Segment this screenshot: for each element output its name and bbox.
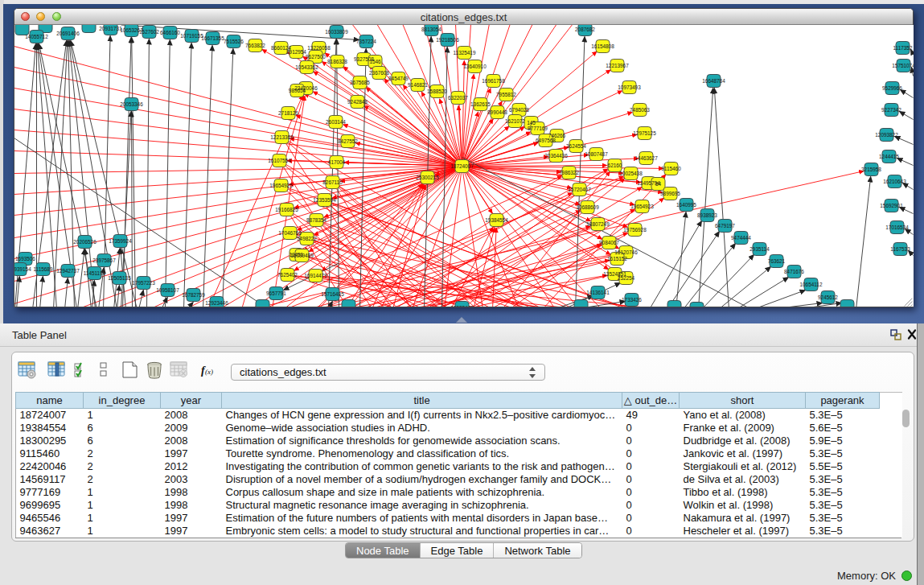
svg-text:3675685: 3675685 bbox=[350, 80, 370, 85]
svg-text:15751074: 15751074 bbox=[892, 63, 914, 68]
svg-text:10543362: 10543362 bbox=[295, 64, 318, 70]
svg-text:9529966: 9529966 bbox=[882, 85, 902, 91]
svg-text:145: 145 bbox=[527, 120, 536, 126]
svg-text:1733426: 1733426 bbox=[622, 297, 642, 303]
svg-text:12923446: 12923446 bbox=[205, 300, 228, 306]
svg-text:17957223: 17957223 bbox=[132, 280, 155, 286]
svg-text:1117352: 1117352 bbox=[893, 45, 913, 51]
svg-text:8471676: 8471676 bbox=[784, 269, 804, 274]
svg-text:12923448: 12923448 bbox=[450, 305, 474, 307]
svg-text:19166825: 19166825 bbox=[275, 207, 298, 212]
svg-text:18724007: 18724007 bbox=[450, 163, 474, 169]
svg-text:19654923: 19654923 bbox=[630, 204, 654, 209]
svg-text:17046766: 17046766 bbox=[278, 230, 302, 236]
svg-text:19654925: 19654925 bbox=[269, 183, 293, 188]
svg-text:16914479: 16914479 bbox=[304, 273, 327, 278]
svg-text:12975125: 12975125 bbox=[633, 130, 656, 136]
svg-text:20691406: 20691406 bbox=[56, 31, 80, 36]
svg-text:16107554: 16107554 bbox=[268, 158, 291, 163]
svg-text:3624554: 3624554 bbox=[566, 143, 586, 149]
svg-text:10688609: 10688609 bbox=[576, 204, 599, 210]
svg-text:10719155: 10719155 bbox=[180, 33, 203, 39]
svg-text:11451194: 11451194 bbox=[84, 270, 106, 276]
svg-text:2935114: 2935114 bbox=[749, 246, 770, 252]
svg-text:6479197: 6479197 bbox=[715, 223, 735, 229]
svg-text:7485063: 7485063 bbox=[630, 107, 650, 113]
svg-text:989654: 989654 bbox=[289, 88, 306, 93]
svg-text:10807487: 10807487 bbox=[585, 151, 608, 157]
svg-text:5498222: 5498222 bbox=[297, 236, 317, 241]
svg-text:7986322: 7986322 bbox=[559, 170, 579, 175]
svg-text:9084067: 9084067 bbox=[599, 240, 619, 245]
svg-text:417004: 417004 bbox=[328, 159, 346, 165]
svg-text:6794028: 6794028 bbox=[509, 107, 529, 113]
svg-text:19384554: 19384554 bbox=[485, 217, 508, 223]
svg-text:9227342: 9227342 bbox=[881, 107, 901, 113]
svg-text:16154808: 16154808 bbox=[591, 43, 614, 49]
svg-text:84: 84 bbox=[655, 181, 662, 187]
svg-text:252254: 252254 bbox=[618, 275, 635, 281]
svg-text:25300215: 25300215 bbox=[416, 175, 439, 180]
svg-text:8427552: 8427552 bbox=[338, 138, 358, 144]
svg-text:12505135: 12505135 bbox=[108, 275, 131, 281]
svg-text:15692901: 15692901 bbox=[880, 203, 903, 208]
svg-text:7955812: 7955812 bbox=[496, 92, 516, 97]
svg-text:7625402: 7625402 bbox=[277, 272, 298, 278]
svg-text:9627500: 9627500 bbox=[306, 54, 326, 60]
svg-text:1640995: 1640995 bbox=[676, 202, 696, 208]
svg-text:(x): (x) bbox=[205, 368, 213, 376]
svg-text:16033809: 16033809 bbox=[325, 29, 348, 35]
svg-text:16120746: 16120746 bbox=[614, 249, 638, 255]
svg-text:8267110: 8267110 bbox=[322, 179, 343, 185]
svg-text:9245612: 9245612 bbox=[818, 295, 838, 300]
svg-text:12353594: 12353594 bbox=[313, 197, 336, 203]
svg-text:20364436: 20364436 bbox=[544, 153, 568, 159]
svg-text:10973493: 10973493 bbox=[618, 84, 641, 90]
svg-text:1362615: 1362615 bbox=[470, 101, 491, 107]
svg-text:15716485: 15716485 bbox=[321, 291, 344, 297]
svg-text:9657791: 9657791 bbox=[266, 290, 286, 296]
svg-text:9115460: 9115460 bbox=[661, 166, 681, 171]
svg-text:7515526: 7515526 bbox=[224, 39, 244, 44]
svg-text:6322037: 6322037 bbox=[448, 95, 468, 101]
svg-text:12213967: 12213967 bbox=[606, 63, 629, 68]
svg-text:1588520: 1588520 bbox=[427, 89, 447, 94]
svg-text:12093822: 12093822 bbox=[875, 132, 898, 138]
svg-text:11325419: 11325419 bbox=[454, 50, 476, 56]
svg-text:17359924: 17359924 bbox=[109, 238, 132, 244]
svg-text:16099489: 16099489 bbox=[290, 253, 314, 258]
svg-text:7357224: 7357224 bbox=[356, 39, 376, 44]
svg-text:17016534: 17016534 bbox=[885, 225, 909, 230]
svg-text:2087682: 2087682 bbox=[575, 27, 595, 32]
svg-text:15720407: 15720407 bbox=[568, 187, 591, 192]
svg-text:16648784: 16648784 bbox=[702, 78, 725, 84]
svg-text:1167533: 1167533 bbox=[890, 246, 910, 252]
svg-text:20931731: 20931731 bbox=[99, 26, 122, 31]
svg-text:8186328: 8186328 bbox=[327, 59, 347, 64]
svg-text:10025438: 10025438 bbox=[619, 171, 643, 176]
svg-text:6497568: 6497568 bbox=[536, 138, 556, 143]
svg-text:7663822: 7663822 bbox=[245, 43, 265, 48]
svg-text:12213369: 12213369 bbox=[270, 134, 294, 140]
svg-text:1244415: 1244415 bbox=[879, 154, 899, 159]
svg-text:14136141: 14136141 bbox=[586, 290, 610, 295]
svg-text:19218506: 19218506 bbox=[436, 37, 459, 43]
svg-text:1621072: 1621072 bbox=[505, 118, 525, 124]
svg-text:8878354: 8878354 bbox=[306, 217, 326, 223]
svg-text:6466160: 6466160 bbox=[160, 30, 180, 35]
svg-text:8813054: 8813054 bbox=[421, 27, 441, 32]
svg-text:14055712: 14055712 bbox=[25, 34, 48, 39]
svg-text:8912954: 8912954 bbox=[286, 49, 306, 55]
svg-text:9146821: 9146821 bbox=[408, 82, 428, 88]
svg-text:1115689: 1115689 bbox=[34, 266, 53, 272]
svg-text:10654112: 10654112 bbox=[800, 282, 823, 287]
svg-text:3215958: 3215958 bbox=[861, 167, 881, 172]
svg-text:20053346: 20053346 bbox=[120, 101, 143, 107]
svg-text:18807249: 18807249 bbox=[586, 221, 610, 227]
svg-text:2367608: 2367608 bbox=[369, 70, 389, 76]
svg-text:8990448: 8990448 bbox=[487, 109, 507, 115]
svg-text:10958107: 10958107 bbox=[156, 287, 179, 293]
svg-text:12942737: 12942737 bbox=[56, 268, 80, 274]
svg-text:763621: 763621 bbox=[768, 258, 786, 264]
svg-text:16961758: 16961758 bbox=[482, 78, 505, 84]
